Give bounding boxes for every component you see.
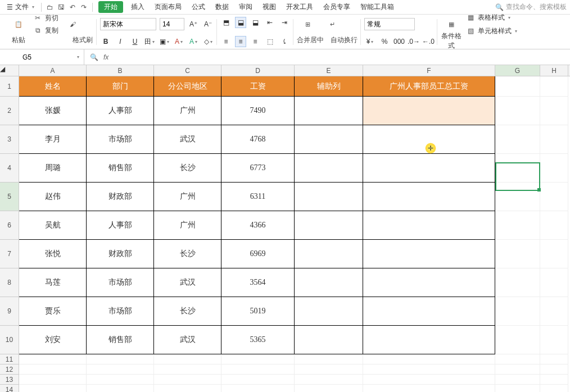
cell-dept[interactable]: 销售部: [87, 326, 154, 354]
cell-aux[interactable]: [295, 183, 363, 211]
cell-dept[interactable]: 市场部: [87, 268, 154, 297]
effects-button[interactable]: ◇▾: [202, 36, 214, 47]
cell[interactable]: [540, 240, 568, 268]
cell[interactable]: [540, 364, 568, 375]
cell-name[interactable]: 吴航: [19, 211, 87, 240]
cell[interactable]: [495, 326, 540, 354]
cell[interactable]: [363, 375, 495, 385]
cell-city[interactable]: 广州: [154, 183, 221, 211]
formula-input[interactable]: [113, 53, 566, 61]
conditional-format-button[interactable]: ▦: [441, 18, 462, 30]
cell-dept[interactable]: 市场部: [87, 297, 154, 326]
tab-dev[interactable]: 开发工具: [282, 1, 318, 13]
cell-name[interactable]: 张媛: [19, 97, 87, 125]
cell-dept[interactable]: 人事部: [87, 97, 154, 125]
cell[interactable]: [540, 268, 568, 297]
row-header[interactable]: 8: [0, 268, 19, 297]
align-bottom-button[interactable]: ⬓: [250, 17, 261, 28]
row-header[interactable]: 11: [0, 354, 19, 364]
cell[interactable]: [495, 354, 540, 364]
col-header-D[interactable]: D: [221, 65, 295, 76]
header-salary[interactable]: 工资: [221, 76, 295, 97]
currency-button[interactable]: ¥▾: [364, 36, 376, 47]
open-icon[interactable]: 🗀: [45, 2, 55, 12]
cell[interactable]: [295, 354, 363, 364]
table-style-button[interactable]: ▦表格样式▾: [465, 12, 517, 22]
cell-salary[interactable]: 7490: [221, 97, 295, 125]
paste-button[interactable]: 📋: [8, 18, 29, 30]
save-icon[interactable]: 🖫: [56, 2, 66, 12]
redo-icon[interactable]: ↷: [79, 2, 89, 12]
cell[interactable]: [363, 385, 495, 392]
cell[interactable]: [540, 154, 568, 183]
cell-salary[interactable]: 4366: [221, 211, 295, 240]
cell-city[interactable]: 广州: [154, 211, 221, 240]
cell-total[interactable]: [363, 154, 495, 183]
row-header[interactable]: 12: [0, 364, 19, 375]
cell-salary[interactable]: 5019: [221, 297, 295, 326]
cell[interactable]: [540, 97, 568, 125]
row-header[interactable]: 4: [0, 154, 19, 183]
cell[interactable]: [154, 375, 221, 385]
cell-aux[interactable]: [295, 326, 363, 354]
align-left-button[interactable]: ≡: [220, 36, 232, 47]
row-header[interactable]: 2: [0, 97, 19, 125]
cell-city[interactable]: 广州: [154, 97, 221, 125]
cell[interactable]: [540, 211, 568, 240]
row-header[interactable]: 9: [0, 297, 19, 326]
cell-total[interactable]: [363, 183, 495, 211]
indent-right-button[interactable]: ⇥: [279, 17, 290, 28]
cell-aux[interactable]: [295, 125, 363, 154]
cell-name[interactable]: 刘安: [19, 326, 87, 354]
fill-color-button[interactable]: ▣▾: [159, 36, 170, 47]
align-right-button[interactable]: ≡: [250, 36, 261, 47]
cell[interactable]: [154, 385, 221, 392]
cell[interactable]: [295, 364, 363, 375]
cell-name[interactable]: 李月: [19, 125, 87, 154]
cell[interactable]: [495, 240, 540, 268]
cell[interactable]: [221, 385, 295, 392]
cell-name[interactable]: 赵伟: [19, 183, 87, 211]
row-header[interactable]: 13: [0, 375, 19, 385]
row-header[interactable]: 14: [0, 385, 19, 392]
underline-button[interactable]: U: [129, 36, 141, 47]
cell[interactable]: [540, 375, 568, 385]
cut-button[interactable]: ✂剪切: [33, 13, 58, 23]
undo-icon[interactable]: ↶: [67, 2, 78, 12]
header-city[interactable]: 分公司地区: [154, 76, 221, 97]
cell-aux[interactable]: [295, 97, 363, 125]
cell-dept[interactable]: 财政部: [87, 183, 154, 211]
tab-start[interactable]: 开始: [98, 1, 123, 13]
increase-font-button[interactable]: A⁺: [188, 19, 199, 30]
bold-button[interactable]: B: [100, 36, 111, 47]
cell-total[interactable]: [363, 240, 495, 268]
row-header[interactable]: 10: [0, 326, 19, 354]
cell-total[interactable]: [363, 297, 495, 326]
cell[interactable]: [19, 364, 87, 375]
col-header-E[interactable]: E: [295, 65, 363, 76]
col-header-B[interactable]: B: [87, 65, 154, 76]
cell[interactable]: [87, 354, 154, 364]
cell[interactable]: [495, 125, 540, 154]
row-header[interactable]: 1: [0, 76, 19, 97]
italic-button[interactable]: I: [115, 36, 126, 47]
format-painter-button[interactable]: 🖌: [62, 18, 83, 30]
tab-view[interactable]: 视图: [258, 1, 281, 13]
cell[interactable]: [540, 354, 568, 364]
tab-review[interactable]: 审阅: [234, 1, 257, 13]
cell-salary[interactable]: 6773: [221, 154, 295, 183]
orientation-button[interactable]: ⤹: [279, 36, 290, 47]
cell[interactable]: [540, 385, 568, 392]
cell-total[interactable]: [363, 97, 495, 125]
font-color-button[interactable]: A▾: [173, 36, 184, 47]
cell-city[interactable]: 武汉: [154, 125, 221, 154]
indent-left-button[interactable]: ⇤: [264, 17, 275, 28]
cell-city[interactable]: 长沙: [154, 240, 221, 268]
cell[interactable]: [540, 76, 568, 97]
cell-dept[interactable]: 人事部: [87, 211, 154, 240]
command-search[interactable]: 🔍 查找命令、搜索模板: [495, 2, 567, 12]
align-middle-button[interactable]: ⬓: [235, 17, 246, 28]
cell-aux[interactable]: [295, 240, 363, 268]
cell[interactable]: [495, 154, 540, 183]
header-total[interactable]: 广州人事部员工总工资: [363, 76, 495, 97]
